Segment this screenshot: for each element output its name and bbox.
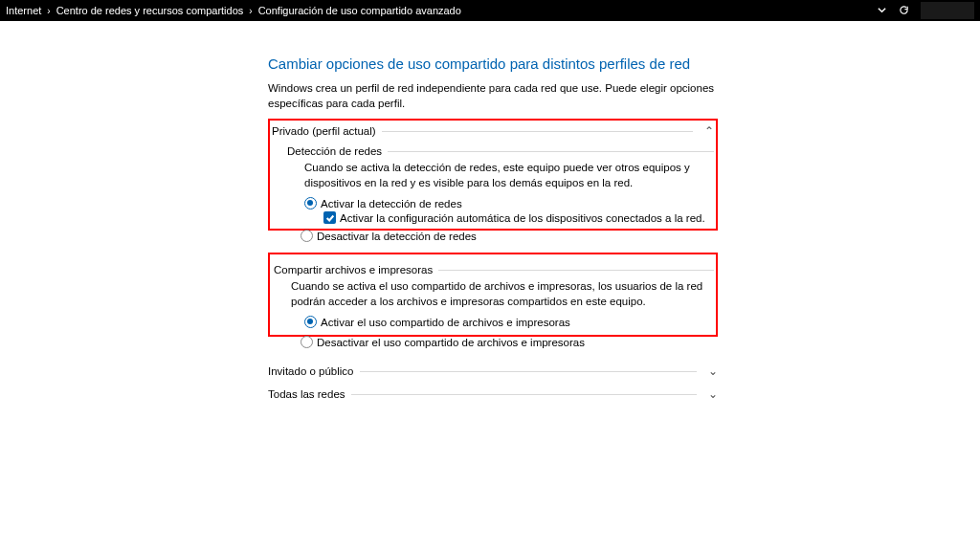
refresh-icon[interactable] [899, 5, 909, 17]
chevron-up-icon: ⌃ [699, 124, 714, 138]
highlight-discovery: Privado (perfil actual) ⌃ Detección de r… [268, 119, 718, 231]
breadcrumb-separator: › [47, 6, 50, 16]
profile-private-label: Privado (perfil actual) [272, 125, 376, 137]
radio-icon [301, 336, 313, 348]
section-sharing-label: Compartir archivos e impresoras [274, 264, 714, 276]
chevron-down-icon: ⌄ [702, 364, 718, 378]
profile-all-label: Todas las redes [268, 388, 345, 400]
profile-guest-header[interactable]: Invitado o público ⌄ [268, 363, 718, 380]
intro-text: Windows crea un perfil de red independie… [268, 81, 718, 111]
breadcrumb-separator: › [249, 6, 252, 16]
profile-all-header[interactable]: Todas las redes ⌄ [268, 386, 718, 403]
profile-guest-label: Invitado o público [268, 365, 354, 377]
address-bar: Internet › Centro de redes y recursos co… [0, 0, 980, 21]
radio-discovery-on[interactable]: Activar la detección de redes [304, 196, 714, 210]
radio-icon [301, 230, 313, 242]
chevron-down-icon: ⌄ [702, 387, 718, 401]
checkbox-auto-config[interactable]: Activar la configuración automática de l… [323, 210, 714, 225]
breadcrumb[interactable]: Configuración de uso compartido avanzado [258, 5, 461, 16]
profile-private-header[interactable]: Privado (perfil actual) ⌃ [272, 122, 714, 140]
chevron-down-icon[interactable] [877, 5, 887, 17]
radio-discovery-off[interactable]: Desactivar la detección de redes [301, 229, 718, 243]
radio-sharing-off[interactable]: Desactivar el uso compartido de archivos… [301, 335, 718, 349]
search-input[interactable] [921, 2, 974, 19]
breadcrumb[interactable]: Internet [6, 5, 41, 16]
breadcrumb[interactable]: Centro de redes y recursos compartidos [56, 5, 244, 16]
radio-icon [304, 197, 317, 209]
radio-icon [304, 316, 317, 328]
section-discovery-label: Detección de redes [287, 145, 714, 157]
checkbox-icon [323, 211, 336, 224]
page-title: Cambiar opciones de uso compartido para … [268, 55, 718, 72]
highlight-sharing: Compartir archivos e impresoras Cuando s… [268, 253, 718, 337]
sharing-desc: Cuando se activa el uso compartido de ar… [291, 279, 714, 309]
discovery-desc: Cuando se activa la detección de redes, … [304, 161, 714, 190]
radio-sharing-on[interactable]: Activar el uso compartido de archivos e … [304, 315, 714, 329]
